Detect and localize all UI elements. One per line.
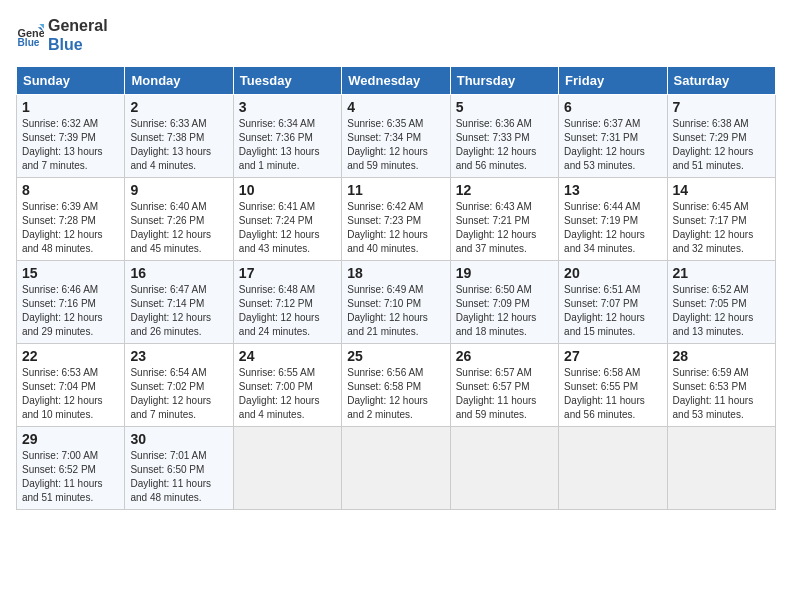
calendar-cell-17: 17Sunrise: 6:48 AM Sunset: 7:12 PM Dayli… <box>233 261 341 344</box>
calendar-cell-19: 19Sunrise: 6:50 AM Sunset: 7:09 PM Dayli… <box>450 261 558 344</box>
calendar-cell-8: 8Sunrise: 6:39 AM Sunset: 7:28 PM Daylig… <box>17 178 125 261</box>
calendar-week-2: 8Sunrise: 6:39 AM Sunset: 7:28 PM Daylig… <box>17 178 776 261</box>
weekday-header-saturday: Saturday <box>667 67 775 95</box>
calendar-cell-23: 23Sunrise: 6:54 AM Sunset: 7:02 PM Dayli… <box>125 344 233 427</box>
calendar-cell-30: 30Sunrise: 7:01 AM Sunset: 6:50 PM Dayli… <box>125 427 233 510</box>
calendar-table: SundayMondayTuesdayWednesdayThursdayFrid… <box>16 66 776 510</box>
calendar-cell-12: 12Sunrise: 6:43 AM Sunset: 7:21 PM Dayli… <box>450 178 558 261</box>
calendar-cell-empty <box>559 427 667 510</box>
weekday-header-row: SundayMondayTuesdayWednesdayThursdayFrid… <box>17 67 776 95</box>
calendar-cell-29: 29Sunrise: 7:00 AM Sunset: 6:52 PM Dayli… <box>17 427 125 510</box>
calendar-cell-16: 16Sunrise: 6:47 AM Sunset: 7:14 PM Dayli… <box>125 261 233 344</box>
calendar-cell-6: 6Sunrise: 6:37 AM Sunset: 7:31 PM Daylig… <box>559 95 667 178</box>
calendar-week-3: 15Sunrise: 6:46 AM Sunset: 7:16 PM Dayli… <box>17 261 776 344</box>
calendar-cell-13: 13Sunrise: 6:44 AM Sunset: 7:19 PM Dayli… <box>559 178 667 261</box>
weekday-header-thursday: Thursday <box>450 67 558 95</box>
weekday-header-tuesday: Tuesday <box>233 67 341 95</box>
calendar-cell-20: 20Sunrise: 6:51 AM Sunset: 7:07 PM Dayli… <box>559 261 667 344</box>
logo: General Blue General Blue <box>16 16 108 54</box>
calendar-cell-9: 9Sunrise: 6:40 AM Sunset: 7:26 PM Daylig… <box>125 178 233 261</box>
calendar-cell-empty <box>233 427 341 510</box>
calendar-cell-2: 2Sunrise: 6:33 AM Sunset: 7:38 PM Daylig… <box>125 95 233 178</box>
calendar-week-5: 29Sunrise: 7:00 AM Sunset: 6:52 PM Dayli… <box>17 427 776 510</box>
calendar-cell-11: 11Sunrise: 6:42 AM Sunset: 7:23 PM Dayli… <box>342 178 450 261</box>
calendar-cell-22: 22Sunrise: 6:53 AM Sunset: 7:04 PM Dayli… <box>17 344 125 427</box>
weekday-header-monday: Monday <box>125 67 233 95</box>
calendar-cell-27: 27Sunrise: 6:58 AM Sunset: 6:55 PM Dayli… <box>559 344 667 427</box>
calendar-cell-3: 3Sunrise: 6:34 AM Sunset: 7:36 PM Daylig… <box>233 95 341 178</box>
calendar-cell-empty <box>342 427 450 510</box>
calendar-cell-4: 4Sunrise: 6:35 AM Sunset: 7:34 PM Daylig… <box>342 95 450 178</box>
weekday-header-sunday: Sunday <box>17 67 125 95</box>
calendar-cell-1: 1Sunrise: 6:32 AM Sunset: 7:39 PM Daylig… <box>17 95 125 178</box>
svg-text:Blue: Blue <box>18 37 40 48</box>
calendar-cell-28: 28Sunrise: 6:59 AM Sunset: 6:53 PM Dayli… <box>667 344 775 427</box>
weekday-header-wednesday: Wednesday <box>342 67 450 95</box>
calendar-week-1: 1Sunrise: 6:32 AM Sunset: 7:39 PM Daylig… <box>17 95 776 178</box>
page-header: General Blue General Blue <box>16 16 776 54</box>
calendar-cell-5: 5Sunrise: 6:36 AM Sunset: 7:33 PM Daylig… <box>450 95 558 178</box>
calendar-cell-21: 21Sunrise: 6:52 AM Sunset: 7:05 PM Dayli… <box>667 261 775 344</box>
calendar-cell-15: 15Sunrise: 6:46 AM Sunset: 7:16 PM Dayli… <box>17 261 125 344</box>
calendar-cell-10: 10Sunrise: 6:41 AM Sunset: 7:24 PM Dayli… <box>233 178 341 261</box>
logo-text-general: General <box>48 16 108 35</box>
calendar-cell-26: 26Sunrise: 6:57 AM Sunset: 6:57 PM Dayli… <box>450 344 558 427</box>
weekday-header-friday: Friday <box>559 67 667 95</box>
calendar-cell-24: 24Sunrise: 6:55 AM Sunset: 7:00 PM Dayli… <box>233 344 341 427</box>
calendar-cell-14: 14Sunrise: 6:45 AM Sunset: 7:17 PM Dayli… <box>667 178 775 261</box>
calendar-cell-empty <box>667 427 775 510</box>
calendar-week-4: 22Sunrise: 6:53 AM Sunset: 7:04 PM Dayli… <box>17 344 776 427</box>
calendar-cell-7: 7Sunrise: 6:38 AM Sunset: 7:29 PM Daylig… <box>667 95 775 178</box>
calendar-cell-25: 25Sunrise: 6:56 AM Sunset: 6:58 PM Dayli… <box>342 344 450 427</box>
calendar-cell-18: 18Sunrise: 6:49 AM Sunset: 7:10 PM Dayli… <box>342 261 450 344</box>
calendar-cell-empty <box>450 427 558 510</box>
logo-icon: General Blue <box>16 21 44 49</box>
logo-text-blue: Blue <box>48 35 108 54</box>
